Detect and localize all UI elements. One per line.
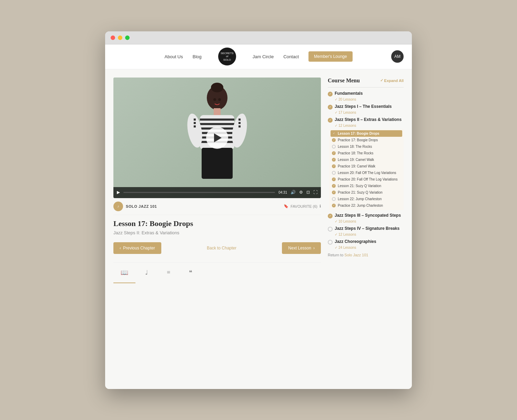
- avatar[interactable]: AM: [391, 50, 404, 63]
- favourite-area[interactable]: 🔖 FAVOURITE (6) ℹ: [284, 204, 321, 208]
- svg-point-1: [211, 83, 223, 92]
- jazz-steps-3-header[interactable]: ✓ Jazz Steps III – Syncopated Steps: [328, 213, 404, 218]
- chapter-jazz-steps-3: ✓ Jazz Steps III – Syncopated Steps ✓ 10…: [328, 213, 404, 223]
- lesson-8-check: ✓: [332, 184, 336, 188]
- lesson-9-check: ✓: [332, 191, 336, 194]
- fullscreen-control[interactable]: ⛶: [313, 190, 317, 195]
- lesson-item-2[interactable]: Lesson 18: The Rocks: [331, 143, 402, 150]
- play-button[interactable]: [206, 127, 228, 149]
- chapter-navigation: ‹ Previous Chapter Back to Chapter Next …: [113, 242, 321, 254]
- jazz-steps-3-title: Jazz Steps III – Syncopated Steps: [335, 213, 401, 218]
- lesson-0-text: Lesson 17: Boogie Drops: [338, 131, 379, 136]
- lesson-item-6[interactable]: Lesson 20: Fall Off The Log Variations: [331, 170, 402, 176]
- volume-control[interactable]: 🔊: [291, 190, 296, 195]
- sidebar-header: Course Menu ✓ Expand All: [328, 78, 404, 84]
- prev-arrow-icon: ‹: [120, 246, 121, 250]
- bookmark-icon: 🔖: [284, 204, 288, 208]
- jazz-steps-3-check-small: ✓: [335, 219, 337, 223]
- jazz-steps-4-title: Jazz Steps IV – Signature Breaks: [335, 226, 399, 232]
- close-button[interactable]: [111, 35, 115, 40]
- nav-logo[interactable]: SECRETSofSOLO: [218, 48, 236, 65]
- jazz-steps-1-lessons-count: ✓ 17 Lessons: [335, 111, 404, 114]
- steps-icon: ≡: [167, 269, 170, 276]
- lesson-9-text: Practice 21: Suzy Q Variation: [338, 190, 383, 195]
- lesson-3-check: ✓: [332, 151, 336, 155]
- jazz-steps-4-header[interactable]: Jazz Steps IV – Signature Breaks: [328, 226, 404, 232]
- jazz-steps-2-header[interactable]: ✓ Jazz Steps II – Extras & Variations: [328, 117, 404, 123]
- chapter-fundamentals-header[interactable]: ✓ Fundamentals: [328, 91, 404, 96]
- nav-contact[interactable]: Contact: [283, 54, 299, 59]
- lesson-5-check: ✓: [332, 164, 336, 168]
- chapter-jazz-steps-4: Jazz Steps IV – Signature Breaks ✓ 12 Le…: [328, 226, 404, 236]
- nav-blog[interactable]: Blog: [193, 54, 202, 59]
- svg-point-19: [213, 98, 216, 101]
- lesson-item-0[interactable]: ✓ Lesson 17: Boogie Drops: [331, 130, 402, 137]
- previous-chapter-button[interactable]: ‹ Previous Chapter: [113, 242, 161, 254]
- jazz-steps-4-count: 12 Lessons: [338, 233, 356, 236]
- lesson-item-3[interactable]: ✓ Practice 18: The Rocks: [331, 150, 402, 156]
- jazz-choreo-count: 24 Lessons: [338, 246, 356, 249]
- lesson-item-5[interactable]: ✓ Practice 19: Camel Walk: [331, 163, 402, 170]
- lesson-7-check: ✓: [332, 177, 336, 181]
- fundamentals-count: 20 Lessons: [338, 98, 356, 101]
- browser-toolbar: [105, 31, 412, 44]
- jazz-choreo-header[interactable]: Jazz Choreographies: [328, 239, 404, 245]
- tab-music[interactable]: ♩: [135, 263, 158, 283]
- tab-steps[interactable]: ≡: [158, 263, 180, 283]
- lesson-11-text: Practice 22: Jump Charleston: [338, 203, 383, 208]
- settings-control[interactable]: ⚙: [299, 190, 303, 195]
- svg-rect-2: [214, 108, 221, 115]
- lesson-5-text: Practice 19: Camel Walk: [338, 164, 375, 168]
- jazz-steps-1-count: 17 Lessons: [338, 111, 356, 114]
- jazz-steps-2-title: Jazz Steps II – Extras & Variations: [335, 117, 402, 123]
- lesson-4-text: Lesson 19: Camel Walk: [338, 157, 374, 162]
- video-background: [113, 78, 321, 198]
- lesson-7-text: Practice 20: Fall Off The Log Variations: [338, 177, 397, 182]
- next-arrow-icon: ›: [313, 246, 315, 250]
- next-lesson-button[interactable]: Next Lesson ›: [282, 242, 321, 254]
- svg-rect-4: [200, 119, 234, 121]
- info-icon[interactable]: ℹ: [320, 204, 321, 208]
- jazz-steps-4-lessons-count: ✓ 12 Lessons: [335, 233, 404, 236]
- check-mark-icon: ✓: [329, 92, 332, 95]
- expand-all-button[interactable]: ✓ Expand All: [380, 78, 404, 83]
- lesson-item-1[interactable]: ✓ Practice 17: Boogie Drops: [331, 137, 402, 143]
- back-to-chapter-link[interactable]: Back to Chapter: [207, 246, 236, 250]
- nav-jam-circle[interactable]: Jam Circle: [253, 54, 274, 59]
- lesson-item-7[interactable]: ✓ Practice 20: Fall Off The Log Variatio…: [331, 176, 402, 183]
- progress-bar[interactable]: [123, 192, 275, 193]
- nav-about-us[interactable]: About Us: [164, 54, 183, 59]
- video-time: 04:31: [278, 191, 287, 194]
- course-name: SOLO JAZZ 101: [126, 204, 157, 208]
- tab-notes[interactable]: 📖: [113, 263, 135, 283]
- jazz-steps-2-lesson-list: ✓ Lesson 17: Boogie Drops ✓ Practice 17:…: [329, 129, 404, 210]
- fundamentals-check-small: ✓: [335, 98, 337, 101]
- members-lounge-button[interactable]: Member's Lounge: [308, 51, 353, 62]
- video-player[interactable]: ▶ 04:31 🔊 ⚙ ⊡ ⛶: [113, 78, 321, 198]
- jazz-steps-1-check: ✓: [328, 105, 333, 110]
- notes-icon: 📖: [121, 269, 128, 276]
- return-course-link[interactable]: Solo Jazz 101: [344, 253, 368, 257]
- jazz-steps-1-title: Jazz Steps I – The Essentials: [335, 104, 392, 110]
- next-lesson-label: Next Lesson: [288, 246, 311, 250]
- tab-quotes[interactable]: ❝: [180, 263, 202, 283]
- lesson-10-check: [332, 197, 336, 201]
- lesson-1-check: ✓: [332, 138, 336, 142]
- svg-point-20: [218, 98, 221, 101]
- lesson-item-4[interactable]: ✓ Lesson 19: Camel Walk: [331, 156, 402, 163]
- theatre-control[interactable]: ⊡: [306, 190, 310, 195]
- chapter-jazz-choreo: Jazz Choreographies ✓ 24 Lessons: [328, 239, 404, 249]
- play-control[interactable]: ▶: [117, 190, 120, 195]
- main-nav: About Us Blog SECRETSofSOLO Jam Circle C…: [105, 44, 412, 69]
- lesson-item-9[interactable]: ✓ Practice 21: Suzy Q Variation: [331, 189, 402, 196]
- lesson-item-11[interactable]: ✓ Practice 22: Jump Charleston: [331, 202, 402, 209]
- chapter-jazz-steps-2: ✓ Jazz Steps II – Extras & Variations ✓ …: [328, 117, 404, 210]
- jazz-steps-1-header[interactable]: ✓ Jazz Steps I – The Essentials: [328, 104, 404, 110]
- lesson-item-10[interactable]: Lesson 22: Jump Charleston: [331, 196, 402, 202]
- maximize-button[interactable]: [125, 35, 130, 40]
- lesson-0-check: ✓: [332, 132, 336, 135]
- svg-rect-5: [200, 123, 234, 125]
- lesson-8-text: Lesson 21: Suzy Q Variation: [338, 184, 381, 188]
- minimize-button[interactable]: [118, 35, 122, 40]
- lesson-item-8[interactable]: ✓ Lesson 21: Suzy Q Variation: [331, 183, 402, 189]
